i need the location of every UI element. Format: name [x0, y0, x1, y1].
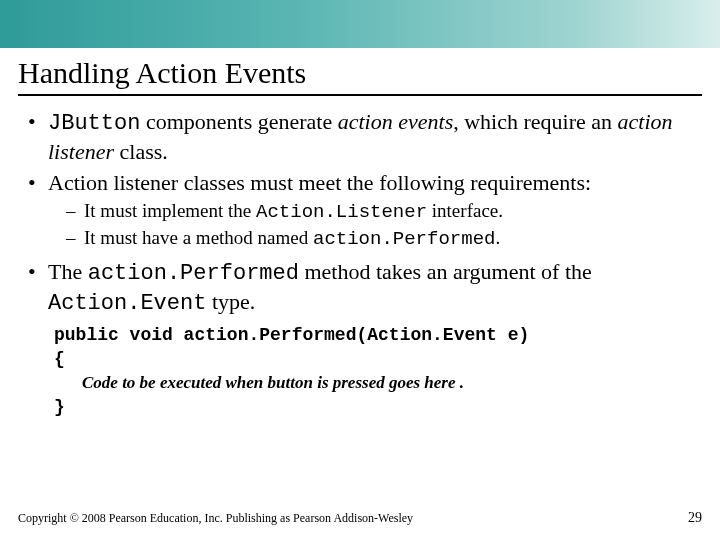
text: class.	[114, 139, 168, 164]
code-comment: Code to be executed when button is press…	[54, 372, 692, 395]
code-actionlistener: Action.Listener	[256, 201, 427, 223]
code-actionperformed-2: action.Performed	[88, 261, 299, 286]
sub-bullet-list: It must implement the Action.Listener in…	[66, 199, 692, 253]
text: It must implement the	[84, 200, 256, 221]
bullet-list: JButton components generate action event…	[28, 108, 692, 317]
code-jbutton: JButton	[48, 111, 140, 136]
sub-bullet-1: It must implement the Action.Listener in…	[66, 199, 692, 225]
text: type.	[206, 289, 255, 314]
code-line-1: public void action.Performed(Action.Even…	[54, 323, 692, 347]
code-actionevent: Action.Event	[48, 291, 206, 316]
code-actionperformed: action.Performed	[313, 228, 495, 250]
sub-bullet-2: It must have a method named action.Perfo…	[66, 226, 692, 252]
text: , which require an	[453, 109, 617, 134]
italic-action-events: action events	[338, 109, 453, 134]
slide-content: JButton components generate action event…	[0, 108, 720, 419]
text: The	[48, 259, 88, 284]
footer: Copyright © 2008 Pearson Education, Inc.…	[18, 510, 702, 526]
text: method takes an argument of the	[299, 259, 592, 284]
page-number: 29	[688, 510, 702, 526]
text: interface.	[427, 200, 503, 221]
bullet-1: JButton components generate action event…	[28, 108, 692, 165]
code-line-2: {	[54, 347, 692, 371]
bullet-3: The action.Performed method takes an arg…	[28, 258, 692, 317]
title-wrap: Handling Action Events	[18, 56, 702, 96]
bullet-2: Action listener classes must meet the fo…	[28, 169, 692, 252]
slide-title: Handling Action Events	[18, 56, 702, 90]
text: Action listener classes must meet the fo…	[48, 170, 591, 195]
copyright-text: Copyright © 2008 Pearson Education, Inc.…	[18, 511, 413, 526]
code-block: public void action.Performed(Action.Even…	[54, 323, 692, 419]
text: .	[495, 227, 500, 248]
header-band	[0, 0, 720, 48]
code-line-3: }	[54, 395, 692, 419]
text: components generate	[140, 109, 337, 134]
text: It must have a method named	[84, 227, 313, 248]
